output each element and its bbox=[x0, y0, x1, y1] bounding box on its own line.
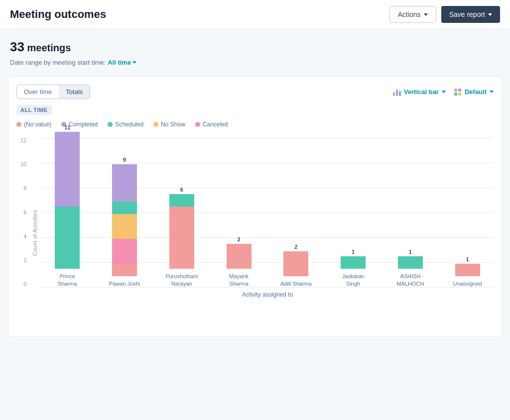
tab-totals[interactable]: Totals bbox=[59, 85, 90, 99]
stacked-bar-3 bbox=[227, 244, 252, 269]
legend-dot-no_value bbox=[16, 122, 21, 127]
date-range-label: Date range by meeting start time: bbox=[10, 59, 106, 66]
bar-group-1: 9Pawan Joshi bbox=[104, 157, 146, 287]
bar-segment-no_value-2 bbox=[169, 207, 194, 269]
date-range-value: All time bbox=[108, 59, 131, 66]
stacked-bar-1 bbox=[112, 164, 137, 276]
display-button[interactable]: Default bbox=[454, 88, 494, 96]
chart-type-label: Vertical bar bbox=[404, 88, 439, 96]
display-chevron-icon bbox=[490, 91, 494, 93]
save-report-chevron-icon bbox=[488, 13, 492, 16]
chart-area: Count of Activities 0 2 4 6 8 10 12 bbox=[16, 138, 494, 328]
bar-segment-no_value-3 bbox=[227, 244, 252, 269]
bar-group-2: 6PurushothamNarayan bbox=[161, 187, 203, 287]
svg-rect-0 bbox=[454, 89, 457, 92]
bar-x-label-5: JaskaranSingh bbox=[342, 273, 365, 287]
display-label: Default bbox=[465, 88, 487, 96]
meetings-count-display: 33 meetings bbox=[10, 39, 500, 55]
header: Meeting outcomes Actions Save report bbox=[0, 0, 510, 29]
stacked-bar-2 bbox=[169, 194, 194, 269]
bar-x-label-6: ASHISHMALHOCH bbox=[396, 273, 424, 287]
stacked-bar-4 bbox=[283, 251, 308, 276]
bar-x-label-7: Unassigned bbox=[453, 280, 482, 287]
actions-chevron-icon bbox=[424, 13, 428, 16]
bar-group-3: 2MayankSharma bbox=[218, 236, 260, 287]
bar-x-label-2: PurushothamNarayan bbox=[165, 273, 198, 287]
bar-total-label-4: 2 bbox=[294, 244, 297, 250]
legend-label-scheduled: Scheduled bbox=[115, 121, 143, 128]
meetings-count-number: 33 bbox=[10, 39, 24, 54]
svg-rect-1 bbox=[458, 89, 461, 92]
chart-card: Over time Totals Vertical bar bbox=[8, 76, 502, 336]
y-label-8: 8 bbox=[20, 186, 26, 191]
bar-total-label-6: 1 bbox=[409, 249, 412, 255]
date-range-chevron-icon bbox=[132, 61, 136, 64]
date-range-selector[interactable]: All time bbox=[108, 59, 136, 66]
bar-group-7: 1Unassigned bbox=[446, 256, 489, 287]
bar-group-5: 1JaskaranSingh bbox=[332, 249, 375, 287]
save-report-button[interactable]: Save report bbox=[441, 6, 500, 23]
y-label-12: 12 bbox=[20, 138, 26, 143]
legend-item-no_show: No Show bbox=[153, 121, 185, 128]
bar-segment-scheduled-2 bbox=[169, 194, 194, 207]
bar-segment-no_value-4 bbox=[283, 251, 308, 276]
stacked-bar-0 bbox=[55, 132, 80, 269]
bar-segment-scheduled-1 bbox=[112, 202, 137, 214]
bar-group-0: 11PrinceSharma bbox=[46, 124, 89, 287]
legend-label-no_show: No Show bbox=[161, 121, 185, 128]
y-axis-label: Count of Activities bbox=[32, 210, 38, 256]
y-label-10: 10 bbox=[20, 162, 26, 167]
bar-group-4: 2Aditi Sharma bbox=[275, 244, 317, 287]
bar-total-label-5: 1 bbox=[352, 249, 355, 255]
bar-segment-no_value-1 bbox=[112, 264, 137, 276]
header-actions: Actions Save report bbox=[389, 6, 500, 23]
bar-total-label-2: 6 bbox=[180, 187, 183, 193]
svg-rect-2 bbox=[454, 93, 457, 96]
bar-segment-scheduled-6 bbox=[398, 256, 423, 269]
actions-label: Actions bbox=[398, 10, 421, 18]
stacked-bar-7 bbox=[455, 264, 480, 276]
actions-button[interactable]: Actions bbox=[389, 6, 436, 23]
page-title: Meeting outcomes bbox=[10, 8, 106, 21]
chart-type-chevron-icon bbox=[442, 91, 446, 93]
bar-segment-canceled-1 bbox=[112, 239, 137, 264]
x-axis-title: Activity assigned to bbox=[41, 291, 494, 298]
save-report-label: Save report bbox=[449, 10, 485, 18]
tab-over-time[interactable]: Over time bbox=[17, 85, 59, 99]
meetings-count-label: meetings bbox=[27, 42, 71, 53]
y-label-2: 2 bbox=[20, 258, 26, 263]
bar-total-label-0: 11 bbox=[64, 124, 70, 130]
y-label-4: 4 bbox=[20, 234, 26, 239]
date-range-row: Date range by meeting start time: All ti… bbox=[10, 59, 500, 66]
bar-segment-scheduled-0 bbox=[55, 207, 80, 269]
bar-total-label-7: 1 bbox=[466, 256, 469, 262]
bar-segment-completed-0 bbox=[55, 132, 80, 207]
legend-dot-no_show bbox=[153, 122, 158, 127]
bar-segment-scheduled-5 bbox=[341, 256, 366, 269]
bar-x-label-4: Aditi Sharma bbox=[280, 280, 312, 287]
y-label-6: 6 bbox=[20, 210, 26, 215]
bar-group-6: 1ASHISHMALHOCH bbox=[389, 249, 432, 287]
legend-dot-scheduled bbox=[108, 122, 113, 127]
chart-type-button[interactable]: Vertical bar bbox=[393, 88, 446, 96]
legend-dot-canceled bbox=[195, 122, 200, 127]
chart-inner: 0 2 4 6 8 10 12 bbox=[41, 138, 494, 287]
legend-item-canceled: Canceled bbox=[195, 121, 228, 128]
bar-total-label-1: 9 bbox=[123, 157, 126, 163]
legend-item-scheduled: Scheduled bbox=[108, 121, 143, 128]
bar-segment-completed-1 bbox=[112, 164, 137, 202]
chart-controls: Vertical bar Default bbox=[393, 88, 494, 96]
bar-x-label-3: MayankSharma bbox=[229, 273, 249, 287]
all-time-badge: ALL TIME bbox=[16, 105, 52, 115]
bars-container: 11PrinceSharma9Pawan Joshi6PurushothamNa… bbox=[41, 138, 494, 287]
stacked-bar-6 bbox=[398, 256, 423, 269]
bar-x-label-0: PrinceSharma bbox=[58, 273, 77, 287]
bar-segment-no_value-7 bbox=[455, 264, 480, 276]
vertical-bar-icon bbox=[393, 88, 401, 96]
legend-label-canceled: Canceled bbox=[203, 121, 228, 128]
bar-segment-no_show-1 bbox=[112, 214, 137, 239]
default-display-icon bbox=[454, 88, 462, 96]
y-label-0: 0 bbox=[20, 282, 26, 287]
view-tabs: Over time Totals bbox=[16, 85, 90, 99]
summary-section: 33 meetings Date range by meeting start … bbox=[0, 29, 510, 71]
